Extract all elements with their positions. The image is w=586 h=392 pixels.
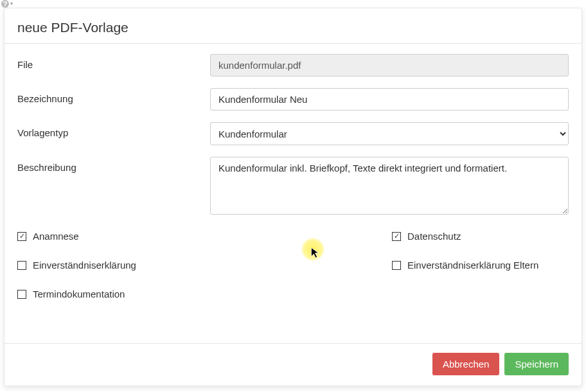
checkbox-grid: ✓ Anamnese ✓ Datenschutz Einverständnise…: [17, 228, 569, 299]
checkbox-anamnese[interactable]: ✓ Anamnese: [17, 231, 290, 242]
modal-title: neue PDF-Vorlage: [17, 20, 569, 35]
checkbox-label: Termindokumentation: [33, 289, 125, 299]
save-button[interactable]: Speichern: [504, 353, 569, 375]
modal-header: neue PDF-Vorlage: [4, 8, 582, 44]
beschreibung-label: Beschreibung: [17, 157, 210, 173]
checkbox-label: Anamnese: [33, 231, 79, 242]
checkbox-label: Einverständniserklärung: [33, 260, 136, 271]
checkbox-label: Datenschutz: [407, 231, 461, 242]
cancel-button[interactable]: Abbrechen: [432, 353, 500, 375]
modal: neue PDF-Vorlage File Bezeichnung Vorlag…: [4, 8, 582, 386]
checkbox-box-icon: [17, 290, 26, 299]
beschreibung-textarea[interactable]: Kundenformular inkl. Briefkopf, Texte di…: [210, 157, 569, 215]
modal-footer: Abbrechen Speichern: [4, 343, 582, 386]
bezeichnung-label: Bezeichnung: [17, 88, 210, 104]
question-icon: ?: [1, 0, 9, 8]
modal-body: File Bezeichnung Vorlagentyp Kundenformu…: [4, 44, 582, 343]
checkbox-datenschutz[interactable]: ✓ Datenschutz: [296, 231, 569, 242]
caret-down-icon: ▾: [10, 0, 13, 7]
checkbox-box-icon: ✓: [392, 232, 401, 241]
checkbox-label: Einverständniserklärung Eltern: [407, 260, 538, 271]
checkbox-box-icon: [17, 261, 26, 270]
checkbox-termindokumentation[interactable]: Termindokumentation: [17, 289, 290, 299]
help-widget[interactable]: ? ▾: [0, 0, 14, 8]
vorlagentyp-select[interactable]: Kundenformular: [210, 122, 569, 145]
checkbox-box-icon: ✓: [17, 232, 26, 241]
bezeichnung-input[interactable]: [210, 88, 569, 111]
checkbox-box-icon: [392, 261, 401, 270]
vorlagentyp-label: Vorlagentyp: [17, 122, 210, 138]
file-label: File: [17, 54, 210, 70]
file-input: [210, 54, 569, 76]
checkbox-einverstaendnis[interactable]: Einverständniserklärung: [17, 260, 290, 271]
checkbox-einverstaendnis-eltern[interactable]: Einverständniserklärung Eltern: [296, 260, 569, 271]
